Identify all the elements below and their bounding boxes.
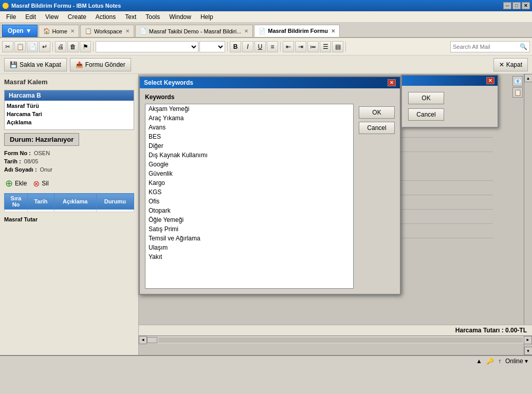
menu-help[interactable]: Help [196,12,217,22]
ekle-button[interactable]: ⊕ Ekle [4,177,28,190]
keyword-item[interactable]: Temsil ve Ağırlama [145,234,353,243]
flag-button[interactable]: ⚑ [80,41,91,52]
send-icon: 📤 [76,61,83,68]
online-status[interactable]: Online ▾ [505,358,528,365]
clipboard-icon-btn[interactable]: 📋 [512,87,523,98]
keyword-item[interactable]: Yakıt [145,252,353,261]
scroll-down-arrow[interactable]: ▼ [524,347,533,355]
minimize-button[interactable]: ─ [503,2,511,9]
keyword-item[interactable]: Google [145,160,353,169]
cut-button[interactable]: ✂ [2,41,13,52]
keyword-item[interactable]: Güvenlik [145,169,353,178]
dialog2: ✕ OK Cancel [401,74,499,128]
tab-workspace-close[interactable]: ✕ [125,28,130,34]
toolbar-sep-4 [280,42,281,52]
align-left[interactable]: ≡ [267,41,278,52]
sil-label: Sil [42,180,48,187]
h-scroll-left[interactable]: ◄ [139,336,147,344]
open-button[interactable]: Open ▼ [2,25,38,37]
align-right-button[interactable]: ▤ [332,41,343,52]
menu-actions[interactable]: Actions [91,12,120,22]
close-icon: ✕ [499,61,504,68]
tab-masraf-takibi-close[interactable]: ✕ [244,28,248,34]
dialog2-close-button[interactable]: ✕ [486,77,494,84]
bullet-button[interactable]: ≔ [307,41,319,52]
menu-text[interactable]: Text [121,12,140,22]
keyword-item[interactable]: Ofis [145,197,353,206]
bold-button[interactable]: B [230,41,241,52]
open-arrow: ▼ [26,27,32,34]
keyword-item[interactable]: Ulaşım [145,243,353,252]
tab-masraf-form[interactable]: 📄 Masraf Bildirim Formu ✕ [254,25,340,37]
dialog2-ok-button[interactable]: OK [408,92,444,104]
toolbar-sep-1 [52,42,53,52]
h-scroll-track[interactable] [158,337,523,343]
dialog2-cancel-button[interactable]: Cancel [408,108,444,121]
scroll-track[interactable] [524,82,533,347]
menu-create[interactable]: Create [64,12,90,22]
keyword-item[interactable]: Satış Primi [145,224,353,234]
mail-icon-btn[interactable]: 📧 [512,76,523,86]
font-combo[interactable] [96,41,198,52]
h-scrollbar[interactable]: ◄ ► [139,335,532,344]
delete-button[interactable]: 🗑 [67,41,79,52]
keyword-item[interactable]: Otopark [145,206,353,215]
keyword-item[interactable]: Diğer [145,141,353,151]
restore-button[interactable]: □ [512,2,521,9]
keyword-item[interactable]: Akşam Yemeği [145,104,353,114]
dialog-cancel-button[interactable]: Cancel [359,122,395,134]
menu-file[interactable]: File [2,12,20,22]
tab-workspace[interactable]: 📋 Workspace ✕ [80,25,134,37]
underline-button[interactable]: U [254,41,266,52]
scroll-up-arrow[interactable]: ▲ [524,74,533,82]
arrow-up-icon: ▲ [476,358,482,365]
menu-view[interactable]: View [41,12,63,22]
close-window-button[interactable]: ✕ [522,2,530,9]
print-button[interactable]: 🖨 [55,41,66,52]
tab-home[interactable]: 🏠 Home ✕ [39,25,79,37]
dialog-buttons: OK Cancel [359,106,395,134]
close-button[interactable]: ✕ Kapat [493,58,528,71]
keyword-item[interactable]: KGS [145,187,353,197]
search-input[interactable] [453,44,520,50]
keyword-item[interactable]: Avans [145,123,353,132]
tab-masraf-form-close[interactable]: ✕ [331,28,335,34]
open-label: Open [8,27,24,34]
search-box[interactable]: 🔍 [450,41,530,52]
menu-window[interactable]: Window [165,12,195,22]
keywords-list[interactable]: Akşam YemeğiAraç YıkamaAvansBESDiğerDış … [145,104,354,289]
size-combo[interactable] [199,41,225,52]
sil-button[interactable]: ⊗ Sil [32,178,49,190]
save-close-button[interactable]: 💾 Sakla ve Kapat [4,58,67,71]
paste-button[interactable]: 📄 [27,41,38,52]
h-scroll-right[interactable]: ► [524,336,532,344]
search-icon[interactable]: 🔍 [520,43,527,50]
tab-home-label: Home [52,28,67,34]
dialog-ok-button[interactable]: OK [359,106,395,119]
dialog-close-button[interactable]: ✕ [388,79,396,86]
keyword-item[interactable]: Öğle Yemeği [145,215,353,224]
indent-right-button[interactable]: ⇥ [295,41,306,52]
col-durumu: Durumu [96,194,134,210]
keyword-item[interactable]: BES [145,132,353,141]
italic-button[interactable]: I [242,41,253,52]
left-panel: Masraf Kalem Harcama B Masraf Türü Harca… [0,74,139,355]
keyword-item[interactable]: Dış Kaynak Kullanımı [145,151,353,160]
keyword-item[interactable]: Kargo [145,178,353,187]
indent-button[interactable]: ↵ [39,41,50,52]
tab-masraf-takibi[interactable]: 📄 Masraf Takibi Demo - Masraf Bildiri...… [135,25,253,37]
dialog2-titlebar: ✕ [402,76,498,86]
copy-button[interactable]: 📋 [14,41,26,52]
outdent-button[interactable]: ⇤ [283,41,294,52]
menu-edit[interactable]: Edit [21,12,40,22]
right-scrollbar[interactable]: ▲ ▼ [524,74,532,355]
arrow-icon-2: ↑ [498,358,501,365]
keyword-item[interactable]: Araç Yıkama [145,114,353,123]
harcama-tutar-bar: Harcama Tutarı : 0.00-TL [139,325,532,335]
toolbar-sep-3 [227,42,228,52]
h-scroll-thumb[interactable] [147,337,157,343]
tab-home-close[interactable]: ✕ [70,28,75,34]
menu-tools[interactable]: Tools [141,12,164,22]
num-list-button[interactable]: ☰ [320,41,331,52]
send-form-button[interactable]: 📤 Formu Gönder [70,58,131,71]
